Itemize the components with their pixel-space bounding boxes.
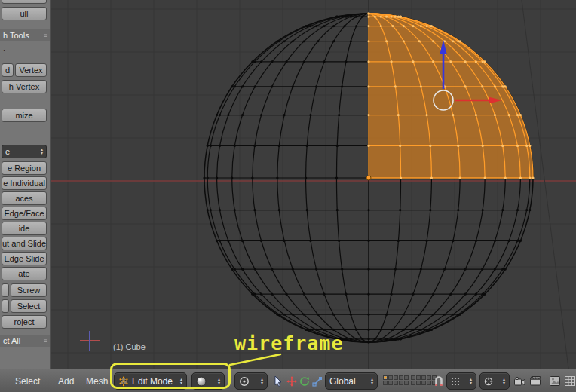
toolshelf-button-vertex[interactable]: Vertex	[15, 63, 47, 77]
toolshelf-button-partial[interactable]	[2, 0, 47, 4]
opengl-render-button[interactable]	[513, 374, 527, 388]
snap-magnet-icon	[434, 375, 444, 387]
menu-select[interactable]: Select	[15, 369, 40, 392]
image-button[interactable]	[547, 374, 562, 388]
viewport-header: Select Add Mesh Edit Mode	[0, 369, 576, 392]
active-object-label: (1) Cube	[113, 342, 146, 351]
pivot-point-dropdown[interactable]	[234, 372, 268, 390]
pointer-icon	[273, 375, 283, 387]
annotation-highlight-box	[110, 363, 231, 389]
menu-add[interactable]: Add	[58, 369, 74, 392]
mini-axis-gizmo	[80, 331, 100, 351]
layer-toggle[interactable]	[399, 381, 403, 385]
panel-grip-icon	[44, 337, 47, 345]
grid-icon	[565, 376, 575, 386]
layer-toggle[interactable]	[394, 375, 398, 380]
menu-mesh[interactable]: Mesh	[86, 369, 108, 392]
dropdown-arrows-icon	[41, 148, 43, 155]
opengl-render-anim-button[interactable]	[528, 374, 542, 388]
dropdown-arrows-icon	[371, 378, 373, 385]
scale-manipulator-icon	[312, 376, 323, 387]
dropdown-arrows-icon	[503, 378, 505, 385]
toolshelf-button-knife-select[interactable]: Select	[11, 299, 47, 313]
toolshelf-button-screw[interactable]: Screw	[11, 283, 47, 297]
layer-toggle[interactable]	[404, 381, 409, 385]
layer-toggle[interactable]	[383, 381, 388, 385]
toolshelf-button-duplicate[interactable]: ate	[2, 267, 47, 280]
layer-toggle[interactable]	[383, 375, 388, 380]
toolshelf-button-edge-face[interactable]: Edge/Face	[2, 207, 47, 220]
dropdown-arrows-icon	[470, 378, 472, 385]
opengl-render-camera-icon	[514, 377, 525, 386]
toolshelf-button-smooth-vertex[interactable]: h Vertex	[2, 80, 47, 93]
annotation-text: wireframe	[234, 332, 343, 354]
rotate-manipulator-icon	[299, 376, 310, 387]
layer-toggle[interactable]	[399, 375, 403, 380]
transform-orientation-dropdown[interactable]: Global	[325, 372, 378, 390]
blender-window: (1) Cube ull h Tools : d Vertex h Vertex…	[0, 0, 576, 392]
toolshelf-button-edge-slide[interactable]: Edge Slide	[2, 252, 47, 265]
layers-widget[interactable]	[383, 375, 437, 385]
layer-toggle[interactable]	[421, 375, 426, 380]
tool-shelf: ull h Tools : d Vertex h Vertex mize e e…	[0, 0, 51, 369]
snap-target-dropdown[interactable]	[479, 372, 510, 390]
panel-header-mesh-tools[interactable]: h Tools	[0, 29, 50, 41]
panel-grip-icon	[44, 32, 47, 39]
toolshelf-button-loop-cut[interactable]: ut and Slide	[2, 237, 47, 250]
toolshelf-button-partial[interactable]: d	[2, 63, 14, 77]
orientation-dropdown-label: Global	[329, 376, 356, 387]
manipulator-toggle-button[interactable]	[271, 374, 285, 388]
toolshelf-button-subdivide[interactable]: ide	[2, 222, 47, 235]
dropdown-arrows-icon	[261, 378, 263, 385]
layer-toggle[interactable]	[416, 375, 421, 380]
snap-target-icon	[484, 377, 493, 386]
snap-element-icon	[451, 377, 460, 386]
grid-button[interactable]	[562, 374, 576, 388]
toolshelf-dropdown[interactable]: e	[2, 145, 47, 158]
toolshelf-button-inset-faces[interactable]: aces	[2, 191, 47, 205]
toolshelf-button-extrude-region[interactable]: e Region	[2, 161, 47, 175]
toolshelf-button-randomize[interactable]: mize	[2, 109, 47, 122]
toolshelf-button-extrude-individual[interactable]: e Individual	[2, 176, 47, 190]
deform-label: :	[3, 47, 5, 56]
viewport-canvas[interactable]	[0, 0, 576, 369]
layer-toggle[interactable]	[394, 381, 398, 385]
toolshelf-button-project[interactable]: roject	[2, 315, 47, 329]
translate-manipulator-icon	[286, 376, 297, 387]
layer-toggle[interactable]	[404, 375, 409, 380]
layer-toggle[interactable]	[411, 375, 415, 380]
image-icon	[550, 376, 560, 386]
snap-toggle-button[interactable]	[431, 374, 446, 388]
panel-header-select-all[interactable]: ct All	[0, 335, 50, 347]
layer-toggle[interactable]	[421, 381, 426, 385]
toolshelf-button-partial[interactable]	[2, 299, 9, 313]
layer-toggle[interactable]	[388, 381, 393, 385]
snap-element-dropdown[interactable]	[446, 372, 476, 390]
layer-toggle[interactable]	[411, 381, 415, 385]
layer-toggle[interactable]	[388, 375, 393, 380]
layer-toggle[interactable]	[416, 381, 421, 385]
opengl-render-anim-icon	[530, 376, 541, 386]
pivot-center-icon	[239, 376, 250, 387]
toolshelf-button-partial[interactable]	[2, 283, 9, 297]
toolshelf-button-hull[interactable]: ull	[2, 7, 47, 20]
scale-manipulator-button[interactable]	[310, 374, 324, 388]
